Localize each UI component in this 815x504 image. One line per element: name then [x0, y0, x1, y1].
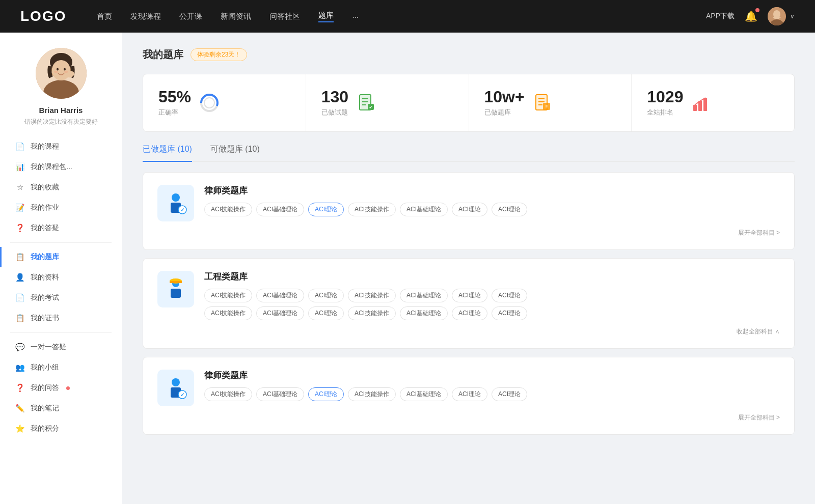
one-on-one-icon: 💬 [15, 343, 24, 352]
sidebar-item-favorites[interactable]: ☆ 我的收藏 [0, 177, 122, 198]
trial-badge: 体验剩余23天！ [191, 48, 247, 61]
eng-tag-5[interactable]: ACI理论 [452, 289, 487, 302]
sidebar-divider-1 [10, 242, 112, 243]
stat-questions-done: 130 已做试题 ✓ [306, 74, 469, 131]
eng-tag-4[interactable]: ACI基础理论 [400, 289, 448, 302]
avatar [768, 7, 786, 25]
collapse-btn-2[interactable]: 收起全部科目 ∧ [737, 327, 780, 336]
eng-tag-9[interactable]: ACI理论 [308, 306, 344, 320]
nav-open-course[interactable]: 公开课 [179, 12, 202, 21]
lawyer-bank-name-2: 律师类题库 [204, 370, 780, 381]
tag-3-0[interactable]: ACI技能操作 [204, 387, 252, 401]
notes-icon: ✏️ [15, 404, 24, 413]
sidebar-item-my-course[interactable]: 📄 我的课程 [0, 136, 122, 157]
eng-tag-8[interactable]: ACI基础理论 [256, 306, 304, 320]
nav-questions[interactable]: 题库 [318, 11, 334, 22]
accuracy-chart-icon [199, 93, 220, 113]
lawyer-tags-2: ACI技能操作 ACI基础理论 ACI理论 ACI技能操作 ACI基础理论 AC… [204, 387, 780, 401]
sidebar-item-my-qa[interactable]: ❓ 我的问答 [0, 378, 122, 398]
sidebar-divider-2 [10, 332, 112, 333]
main-content: 我的题库 体验剩余23天！ 55% 正确率 [122, 33, 815, 504]
stats-row: 55% 正确率 130 已做试题 [143, 74, 795, 132]
eng-tag-0[interactable]: ACI技能操作 [204, 289, 252, 302]
eng-tag-7[interactable]: ACI技能操作 [204, 306, 252, 320]
svg-point-7 [52, 60, 70, 80]
tag-1-3[interactable]: ACI技能操作 [348, 203, 396, 216]
navbar: LOGO 首页 发现课程 公开课 新闻资讯 问答社区 题库 ··· APP下载 … [0, 0, 815, 33]
svg-point-33 [172, 193, 180, 202]
tag-3-5[interactable]: ACI理论 [452, 387, 487, 401]
tag-1-4[interactable]: ACI基础理论 [400, 203, 448, 216]
tag-3-6[interactable]: ACI理论 [492, 387, 527, 401]
sidebar-item-one-on-one[interactable]: 💬 一对一答疑 [0, 337, 122, 357]
tag-1-6[interactable]: ACI理论 [492, 203, 527, 216]
bank-card-engineer: 工程类题库 ACI技能操作 ACI基础理论 ACI理论 ACI技能操作 ACI基… [143, 258, 795, 349]
tab-done-banks[interactable]: 已做题库 (10) [143, 144, 192, 162]
tag-3-2[interactable]: ACI理论 [308, 387, 344, 401]
stat-accuracy: 55% 正确率 [143, 74, 306, 131]
stat-banks-value: 10w+ [484, 89, 525, 105]
logo[interactable]: LOGO [20, 8, 66, 24]
course-icon: 📄 [15, 142, 24, 151]
svg-point-1 [773, 10, 780, 18]
questions-doc-icon: ✓ [357, 93, 377, 113]
eng-tag-10[interactable]: ACI技能操作 [348, 306, 396, 320]
notification-bell[interactable]: 🔔 [745, 10, 757, 22]
tab-available-banks[interactable]: 可做题库 (10) [210, 144, 260, 162]
stat-ranking: 1029 全站排名 [632, 74, 794, 131]
expand-btn-3[interactable]: 展开全部科目 > [738, 413, 780, 422]
sidebar-item-homework[interactable]: 📝 我的作业 [0, 198, 122, 218]
svg-point-41 [172, 378, 180, 386]
tag-1-0[interactable]: ACI技能操作 [204, 203, 252, 216]
eng-tag-6[interactable]: ACI理论 [492, 289, 527, 302]
sidebar-item-course-package[interactable]: 📊 我的课程包... [0, 157, 122, 177]
svg-rect-32 [703, 98, 707, 111]
group-icon: 👥 [15, 363, 24, 372]
sidebar-item-notes[interactable]: ✏️ 我的笔记 [0, 398, 122, 418]
user-avatar-menu[interactable]: ∨ [768, 7, 795, 25]
tag-3-4[interactable]: ACI基础理论 [400, 387, 448, 401]
course-package-icon: 📊 [15, 162, 24, 172]
tag-3-3[interactable]: ACI技能操作 [348, 387, 396, 401]
tag-3-1[interactable]: ACI基础理论 [256, 387, 304, 401]
svg-point-8 [57, 68, 59, 71]
nav-qa[interactable]: 问答社区 [269, 12, 300, 21]
app-download-button[interactable]: APP下载 [706, 12, 735, 21]
lawyer-tags-1: ACI技能操作 ACI基础理论 ACI理论 ACI技能操作 ACI基础理论 AC… [204, 203, 780, 216]
nav-discover[interactable]: 发现课程 [130, 12, 161, 21]
engineer-bank-name: 工程类题库 [204, 271, 780, 283]
sidebar-item-qa[interactable]: ❓ 我的答疑 [0, 218, 122, 238]
eng-tag-12[interactable]: ACI理论 [452, 306, 487, 320]
sidebar-item-points[interactable]: ⭐ 我的积分 [0, 418, 122, 439]
sidebar-item-profile[interactable]: 👤 我的资料 [0, 267, 122, 288]
sidebar-item-exam[interactable]: 📄 我的考试 [0, 288, 122, 308]
sidebar-item-group[interactable]: 👥 我的小组 [0, 357, 122, 378]
page-title: 我的题库 [143, 48, 183, 62]
points-icon: ⭐ [15, 424, 24, 433]
sidebar-item-question-bank[interactable]: 📋 我的题库 [0, 247, 122, 267]
tag-1-2[interactable]: ACI理论 [308, 203, 344, 216]
eng-tag-3[interactable]: ACI技能操作 [348, 289, 396, 302]
bank-tabs: 已做题库 (10) 可做题库 (10) [143, 144, 795, 162]
profile-avatar [36, 48, 87, 99]
nav-more[interactable]: ··· [352, 12, 359, 21]
eng-tag-13[interactable]: ACI理论 [492, 306, 527, 320]
eng-tag-2[interactable]: ACI理论 [308, 289, 344, 302]
sidebar-item-certificate[interactable]: 📋 我的证书 [0, 308, 122, 328]
tag-1-5[interactable]: ACI理论 [452, 203, 487, 216]
my-qa-icon: ❓ [15, 383, 24, 393]
expand-btn-1[interactable]: 展开全部科目 > [738, 229, 780, 237]
stat-ranking-value: 1029 [647, 89, 683, 105]
tag-1-1[interactable]: ACI基础理论 [256, 203, 304, 216]
eng-tag-1[interactable]: ACI基础理论 [256, 289, 304, 302]
svg-point-10 [54, 71, 58, 73]
bank-card-lawyer-2: ✓ 律师类题库 ACI技能操作 ACI基础理论 ACI理论 ACI技能操作 AC… [143, 357, 795, 435]
svg-point-9 [64, 68, 66, 71]
ranking-chart-icon [691, 93, 712, 113]
homework-icon: 📝 [15, 203, 24, 212]
nav-home[interactable]: 首页 [97, 12, 112, 21]
engineer-tags-row2: ACI技能操作 ACI基础理论 ACI理论 ACI技能操作 ACI基础理论 AC… [204, 306, 780, 320]
eng-tag-11[interactable]: ACI基础理论 [400, 306, 448, 320]
nav-news[interactable]: 新闻资讯 [221, 12, 251, 21]
page-layout: Brian Harris 错误的决定比没有决定要好 📄 我的课程 📊 我的课程包… [0, 33, 815, 504]
